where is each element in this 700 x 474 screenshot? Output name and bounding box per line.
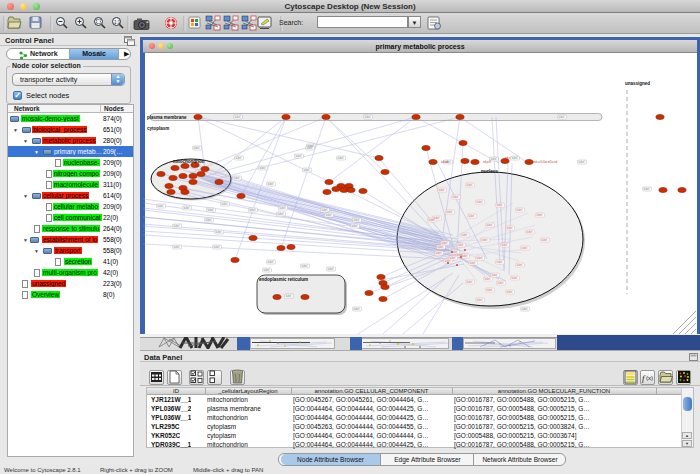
svg-text:label: label [278,212,284,216]
svg-text:label: label [365,115,371,119]
svg-text:label: label [559,115,565,119]
svg-text:unassigned: unassigned [625,81,650,86]
svg-text:label: label [304,168,310,172]
svg-text:label: label [507,226,513,230]
svg-text:label: label [158,204,164,208]
svg-text:label: label [447,210,453,214]
svg-text:label: label [644,187,650,191]
svg-text:label: label [214,245,220,249]
svg-text:label: label [286,294,292,298]
svg-text:label: label [482,238,488,242]
svg-text:label: label [296,154,302,158]
svg-text:nucleus: nucleus [481,169,499,174]
svg-text:label: label [453,195,459,199]
svg-text:label: label [236,156,242,160]
svg-text:label: label [522,307,528,311]
svg-text:label: label [469,214,475,218]
svg-text:label: label [458,243,464,247]
svg-text:label: label [184,206,190,210]
svg-text:label: label [250,208,256,212]
svg-text:label: label [354,307,360,311]
svg-text:label: label [354,218,360,222]
svg-text:label: label [450,256,456,260]
svg-text:label: label [507,290,513,294]
svg-text:label: label [485,277,491,281]
svg-text:(x): (x) [646,375,653,381]
svg-text:plasma membrane: plasma membrane [147,115,187,120]
svg-text:label: label [235,115,241,119]
svg-text:label: label [208,208,214,212]
svg-text:label: label [517,263,523,267]
svg-text:cytoplasm: cytoplasm [147,126,169,131]
svg-text:label: label [280,206,286,210]
svg-text:lab-nd: lab-nd [441,160,449,164]
svg-text:label: label [498,281,504,285]
svg-text:label: label [268,182,274,186]
svg-text:label: label [542,238,548,242]
svg-text:label: label [352,224,358,228]
svg-text:label: label [174,224,180,228]
svg-text:label: label [491,157,497,161]
svg-text:label: label [260,166,266,170]
svg-text:label: label [497,203,503,207]
svg-text:label: label [302,264,308,268]
svg-text:label: label [477,200,483,204]
svg-text:label: label [522,246,528,250]
svg-text:label: label [467,280,473,284]
svg-text:label: label [439,188,445,192]
svg-text:label: label [527,230,533,234]
svg-text:label: label [234,176,240,180]
svg-text:label: label [517,208,523,212]
svg-text:nd-x: nd-x [505,156,511,160]
svg-text:label: label [579,160,585,164]
svg-text:mitochondrion: mitochondrion [173,159,205,164]
svg-text:label: label [268,260,274,264]
svg-text:label: label [216,230,222,234]
svg-text:label: label [470,261,476,265]
svg-text:label: label [467,183,473,187]
svg-text:label: label [326,213,332,217]
svg-text:label: label [438,245,444,249]
svg-text:label: label [322,208,328,212]
svg-text:label: label [264,268,270,272]
svg-text:label: label [512,156,518,160]
svg-text:label: label [477,256,483,260]
svg-text:label: label [492,273,498,277]
svg-text:label: label [487,223,493,227]
svg-text:label: label [487,288,493,292]
svg-text:label: label [436,251,442,255]
svg-text:endoplasmic reticulum: endoplasmic reticulum [259,277,308,282]
svg-text:nd-prt5: nd-prt5 [483,160,492,164]
svg-text:label: label [477,298,483,302]
svg-text:label: label [222,202,228,206]
svg-text:label: label [206,218,212,222]
svg-text:label: label [512,276,518,280]
svg-text:label: label [537,213,543,217]
svg-text:label: label [502,243,508,247]
svg-text:label: label [462,254,468,258]
svg-text:1:1: 1:1 [114,20,121,25]
svg-text:md-ce3.rDw-mDa-nd: md-ce3.rDw-mDa-nd [533,160,558,164]
svg-text:label: label [497,260,503,264]
svg-text:label: label [328,267,334,271]
svg-text:label: label [307,146,313,150]
svg-text:label: label [434,216,440,220]
svg-text:label: label [462,233,468,237]
svg-text:label: label [194,146,200,150]
svg-text:label: label [174,245,180,249]
svg-text:label: label [338,156,344,160]
